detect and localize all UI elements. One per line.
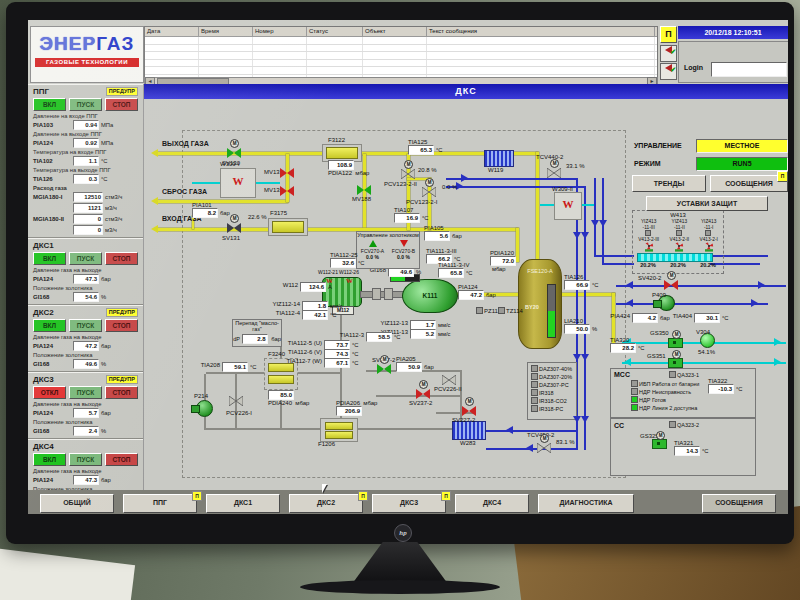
flow-arrow-icon — [591, 220, 599, 227]
motor-icon: M — [230, 214, 239, 223]
value-TIA125: 65.3 — [408, 145, 434, 155]
diagram-label: PCV226-I — [226, 410, 252, 416]
flow-arrow-icon — [774, 338, 781, 346]
value-W112: 124.6 — [300, 282, 326, 292]
valve-SV130[interactable]: M — [227, 148, 241, 158]
valve-MV135[interactable] — [280, 186, 294, 196]
instrument-PDIA206: PDIA206 мбар206.9 — [336, 406, 362, 416]
valve-PCV226-II[interactable] — [442, 375, 456, 385]
diagram-label: W112-26 — [339, 269, 359, 275]
valve-SV420-2[interactable]: M — [664, 280, 678, 290]
valve-SV227-2[interactable]: M — [462, 406, 476, 416]
photo-background: ЭНЕРГАЗ ГАЗОВЫЕ ТЕХНОЛОГИИ ДатаВремяНоме… — [0, 0, 800, 600]
instrument-YIZ111-13: YIZ111-135.2мм/с — [410, 329, 450, 339]
instrument-PIA101: PIA1018.2бар — [192, 208, 230, 218]
mouse-cursor — [322, 484, 327, 493]
value-PIA101: 8.2 — [192, 208, 218, 218]
mode-label: РЕЖИМ — [634, 160, 661, 167]
tab-ppg[interactable]: ППГП — [123, 494, 197, 513]
diagram-label: P214 — [194, 393, 208, 399]
diagram-label: GS351 — [647, 353, 666, 359]
monitor-stand — [352, 542, 448, 584]
motor-icon: M — [656, 431, 665, 440]
diagram-label: P409 — [652, 292, 666, 298]
flow-arrow-icon — [774, 358, 781, 366]
instrument-PDIA120: PDIA12072.0мбар — [490, 256, 516, 266]
tab-diagnostika[interactable]: ДИАГНОСТИКА — [538, 494, 634, 513]
flow-arrow-icon — [758, 281, 765, 289]
diagram-label: 54.1% — [698, 349, 715, 355]
valve-TCV450-2[interactable]: M — [537, 443, 551, 453]
value-TIA112-3: 58.5 — [366, 332, 392, 342]
diagram-label: F3122 — [328, 137, 345, 143]
motor-icon: M — [540, 434, 549, 443]
valve-SV247-2[interactable]: M — [377, 364, 391, 374]
diagram-label: W309-I — [220, 161, 239, 167]
diagram-label: TZ114 — [498, 307, 523, 314]
instrument-PIA424: PIA4244.2бар — [632, 313, 670, 323]
valve-GS350[interactable]: M — [668, 338, 683, 348]
valve-GS325[interactable]: M — [652, 439, 667, 449]
flow-arrow-icon — [581, 416, 589, 423]
valve-GS351[interactable]: M — [668, 358, 683, 368]
diagram-label: MV188 — [352, 196, 371, 202]
diagram-label: F3240 — [268, 351, 285, 357]
diagram-label: PCV123-2-I — [406, 199, 437, 205]
valve-SV131[interactable]: M — [227, 223, 241, 233]
diagram-label: PCV123-2-II — [384, 181, 417, 187]
valve-PCV226-I[interactable] — [229, 396, 243, 406]
value-TIA321: 14.3 — [674, 446, 700, 456]
tab-dks4[interactable]: ДКС4 — [455, 494, 529, 513]
diagram-label: GS350 — [650, 330, 669, 336]
value-PDIA206: 206.9 — [336, 406, 362, 416]
diagram-label: SV227-2 — [452, 417, 475, 423]
value-PIA424: 4.2 — [632, 313, 658, 323]
flow-arrow-icon — [573, 232, 581, 239]
messages-badge: П — [777, 171, 788, 182]
flow-arrow-icon — [624, 358, 631, 366]
tab-soobshcheniya[interactable]: СООБЩЕНИЯ — [702, 494, 776, 513]
flow-arrow-icon — [461, 174, 468, 182]
tab-obshchiy[interactable]: ОБЩИЙ — [40, 494, 114, 513]
valve-PCV123-2-I[interactable]: M — [422, 187, 436, 197]
motor-icon: M — [465, 397, 474, 406]
flow-arrow-icon — [151, 225, 158, 233]
instrument-TIA112-4: TIA112-442.1°C — [302, 310, 337, 320]
value-TIA112-7 (W): 67.1 — [324, 358, 350, 368]
tab-dks1[interactable]: ДКС1 — [206, 494, 280, 513]
valve-PCV123-2-II[interactable]: M — [401, 169, 415, 179]
valve-MV137[interactable] — [280, 168, 294, 178]
value-TIA107: 16.9 — [394, 213, 420, 223]
instrument-TIA322: TIA322-10.3°C — [708, 384, 743, 394]
value-TIA320: 28.2 — [610, 343, 636, 353]
status-square-icon — [476, 307, 483, 314]
control-mode-label: УПРАВЛЕНИЕ — [634, 142, 682, 149]
value-TIA126: 66.9 — [564, 280, 590, 290]
instrument-W112: W112124.6A — [300, 282, 332, 292]
instrument-TIA112-7 (W): TIA112-7 (W)67.1°C — [324, 358, 359, 368]
monitor-stand-base — [300, 580, 500, 594]
setpoints-button[interactable]: УСТАВКИ ЗАЩИТ — [646, 196, 768, 211]
scada-screen: ЭНЕРГАЗ ГАЗОВЫЕ ТЕХНОЛОГИИ ДатаВремяНоме… — [28, 20, 788, 514]
value-TIA208: 59.1 — [222, 362, 248, 372]
motor-icon: M — [404, 160, 413, 169]
motor-icon: M — [667, 271, 676, 280]
value-TIA112-4: 42.1 — [302, 310, 328, 320]
valve-TCV440-2[interactable]: M — [547, 168, 561, 178]
flow-arrow-icon — [526, 444, 533, 452]
instrument-PDIA122: 108.9PDIA122 мбар — [328, 160, 354, 170]
diagram-label: 33.1 % — [566, 163, 585, 169]
flow-arrow-icon — [599, 220, 607, 227]
flow-arrow-icon — [151, 197, 158, 205]
diagram-label: SV237-2 — [409, 400, 432, 406]
status-square-icon — [498, 307, 505, 314]
tab-dks2[interactable]: ДКС2П — [289, 494, 363, 513]
trends-button[interactable]: ТРЕНДЫ — [632, 175, 706, 192]
flow-arrow-icon — [151, 149, 158, 157]
motor-icon: M — [425, 178, 434, 187]
valve-MV188[interactable] — [357, 185, 371, 195]
tab-dks3[interactable]: ДКС3П — [372, 494, 446, 513]
paper-sheet — [0, 547, 135, 600]
flow-arrow-icon — [573, 354, 581, 361]
valve-SV237-2[interactable]: M — [416, 389, 430, 399]
